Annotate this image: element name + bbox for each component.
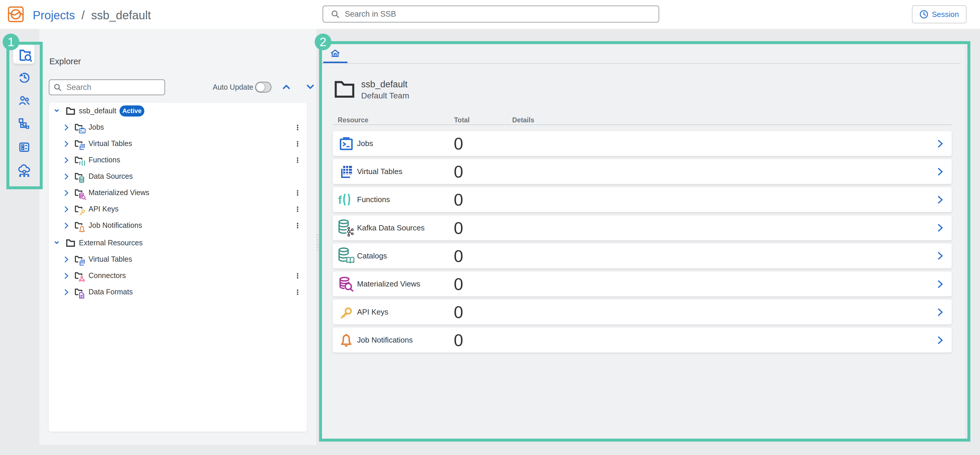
svg-text:f: f [79, 161, 81, 166]
